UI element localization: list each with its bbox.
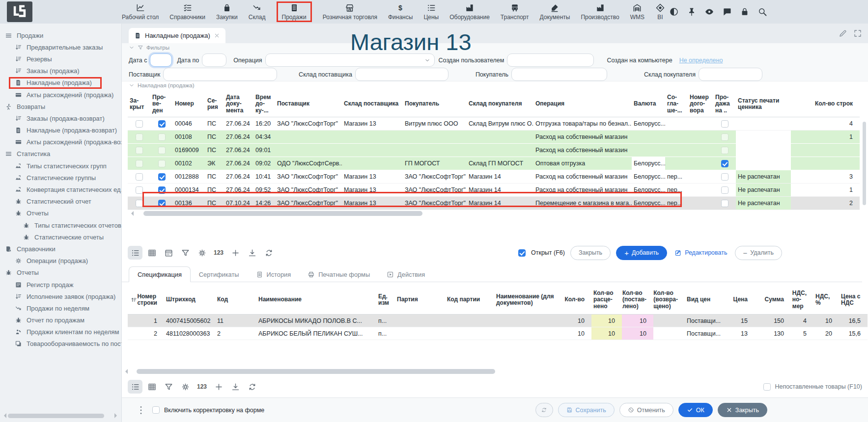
filters-header[interactable]: Фильтры: [129, 45, 169, 51]
checkbox-unchecked[interactable]: [721, 200, 728, 207]
table-row[interactable]: 00102ЭК27.06.2409:02ОДО "ЛюксСофтСерв...…: [128, 157, 860, 170]
menu-item-production[interactable]: Производство: [581, 0, 619, 24]
checkbox-unchecked[interactable]: [158, 133, 166, 141]
menu-item-sales[interactable]: Продажи: [277, 1, 312, 22]
column-header[interactable]: НДС, %: [813, 286, 839, 314]
toolbar-plus-button[interactable]: [228, 246, 243, 260]
column-header[interactable]: Номер строки: [140, 286, 164, 314]
invoices-vscrollbar[interactable]: [863, 122, 866, 205]
column-header[interactable]: Штрихкод: [164, 286, 215, 314]
column-header[interactable]: Валюта: [632, 91, 665, 117]
tab-invoices-sale[interactable]: Накладные (продажа): [129, 28, 225, 43]
column-header[interactable]: Наименование (для документов): [494, 286, 559, 314]
checkbox-unchecked[interactable]: [136, 200, 143, 207]
column-header[interactable]: Про-дажа на ..: [713, 91, 736, 117]
column-header[interactable]: Кол-во строк: [791, 91, 860, 117]
sidebar-item-references[interactable]: Справочники: [0, 243, 121, 255]
close-invoice-button[interactable]: Закрыть: [570, 246, 611, 260]
column-header[interactable]: Статус печати ценника: [736, 91, 791, 117]
toolbar-funnel-button[interactable]: [161, 380, 176, 394]
sidebar-item-sales[interactable]: Продажи: [0, 29, 121, 41]
checkbox-checked[interactable]: [158, 173, 166, 181]
lock-icon[interactable]: [740, 7, 750, 17]
contrast-icon[interactable]: [669, 7, 679, 17]
sidebar-hscrollbar[interactable]: [8, 414, 104, 418]
edit-icon[interactable]: [839, 29, 847, 38]
menu-item-bi[interactable]: BI: [655, 0, 665, 24]
sidebar-item-sales-report[interactable]: Отчет по продажам: [0, 315, 121, 326]
sidebar-item-reserves[interactable]: Резервы: [0, 53, 121, 65]
column-header[interactable]: За-крыт: [128, 91, 150, 117]
column-header[interactable]: Склад покупателя: [467, 91, 533, 117]
checkbox-checked[interactable]: [721, 160, 728, 167]
menu-item-wms[interactable]: WMS: [630, 0, 644, 24]
sidebar-item-sales-by-week[interactable]: Продажи по неделям: [0, 302, 121, 314]
checkbox-unchecked[interactable]: [721, 133, 728, 141]
column-header[interactable]: Кол-во (постав-лено): [622, 286, 653, 314]
checkbox-unchecked[interactable]: [136, 160, 143, 167]
column-header[interactable]: Кол-во: [559, 286, 591, 314]
column-header[interactable]: Цена с НДС: [839, 286, 868, 314]
tab-history[interactable]: История: [248, 267, 300, 282]
sidebar-item-orders-return[interactable]: Заказы (продажа-возврат): [0, 112, 121, 124]
column-header[interactable]: Поставщик: [275, 91, 342, 117]
toolbar-gear-button[interactable]: [195, 246, 209, 260]
buyer-input[interactable]: [511, 68, 607, 81]
sidebar-item-invoices-return[interactable]: Накладные (продажа-возврат): [0, 125, 121, 136]
column-header[interactable]: Операция: [533, 91, 632, 117]
tab-print-forms[interactable]: Печатные формы: [299, 267, 378, 282]
chat-icon[interactable]: [722, 7, 732, 17]
sidebar-item-client-sales-by-week[interactable]: Продажи клиентам по неделям: [0, 326, 121, 338]
toolbar-download-button[interactable]: [228, 380, 243, 394]
delete-button[interactable]: −Удалить: [735, 246, 783, 260]
tab-actions[interactable]: Действия: [378, 267, 433, 282]
row-count-toggle[interactable]: 123: [197, 383, 207, 390]
sidebar-item-orders-sale[interactable]: Заказы (продажа): [0, 65, 121, 77]
date-from-input[interactable]: [150, 53, 172, 67]
spec-scroll-left-arrow[interactable]: [123, 369, 128, 374]
menu-item-documents[interactable]: Документы: [540, 0, 570, 24]
add-button[interactable]: +Добавить: [616, 246, 667, 260]
menu-item-transport[interactable]: Транспорт: [501, 0, 529, 24]
fullscreen-icon[interactable]: [853, 29, 862, 38]
menu-item-retail[interactable]: Розничная торговля: [323, 0, 377, 24]
kebab-menu-icon[interactable]: [136, 405, 146, 416]
column-header[interactable]: Наименование: [256, 286, 376, 314]
sidebar-item-turnover-by-supplier[interactable]: Товарооборачиваемость по поставщик: [0, 338, 121, 350]
toolbar-refresh-button[interactable]: [261, 246, 276, 260]
table-row[interactable]: 00046ПС27.06.2416:20ЗАО "ЛюксСофтТорг"Ма…: [128, 117, 860, 131]
checkbox-checked[interactable]: [158, 186, 166, 194]
open-f6-checkbox[interactable]: [518, 249, 526, 257]
close-form-button[interactable]: Закрыть: [718, 403, 767, 417]
sidebar-item-stat-group-types[interactable]: Типы статистических групп: [0, 160, 121, 172]
toolbar-gear-button[interactable]: [178, 380, 193, 394]
checkbox-unchecked[interactable]: [136, 120, 143, 128]
checkbox-unchecked[interactable]: [721, 173, 728, 181]
menu-item-prices[interactable]: Цены: [423, 0, 439, 24]
column-header[interactable]: Вид цен: [685, 286, 722, 314]
sidebar-item-reports-sub[interactable]: Отчеты: [0, 208, 121, 219]
checkbox-checked[interactable]: [158, 200, 166, 207]
supplier-warehouse-input[interactable]: [355, 68, 448, 81]
menu-item-equipment[interactable]: Оборудование: [449, 0, 490, 24]
sidebar-item-invoices-sale[interactable]: Накладные (продажа): [0, 77, 121, 89]
sidebar-item-returns[interactable]: Возвраты: [0, 101, 121, 112]
sidebar-item-operations-sale[interactable]: Операции (продажа): [0, 255, 121, 267]
cancel-button[interactable]: Отменить: [619, 403, 673, 417]
created-by-input[interactable]: [507, 53, 594, 67]
checkbox-checked[interactable]: [158, 120, 166, 128]
toolbar-listmenu-button[interactable]: [128, 380, 142, 394]
toolbar-funnel-button[interactable]: [178, 246, 193, 260]
column-header[interactable]: Се-рия: [205, 91, 224, 117]
sidebar-item-stat-unit-conversion[interactable]: Конвертация статистических ед. изм.: [0, 184, 121, 195]
search-icon[interactable]: [757, 7, 767, 17]
sidebar-item-discrepancy-acts-sale[interactable]: Акты расхождений (продажа): [0, 89, 121, 101]
column-header[interactable]: НДС, но-мер: [791, 286, 813, 314]
menu-item-warehouse[interactable]: Склад: [249, 0, 266, 24]
column-header[interactable]: Цена: [722, 286, 755, 314]
sidebar-item-stat-reports[interactable]: Статистические отчеты: [0, 231, 121, 243]
menu-item-finance[interactable]: $Финансы: [388, 0, 413, 24]
table-row[interactable]: 0169009ПС27.06.2409:01Расход на собствен…: [128, 144, 860, 157]
tab-specification[interactable]: Спецификация: [129, 266, 191, 282]
column-header[interactable]: Код: [215, 286, 256, 314]
